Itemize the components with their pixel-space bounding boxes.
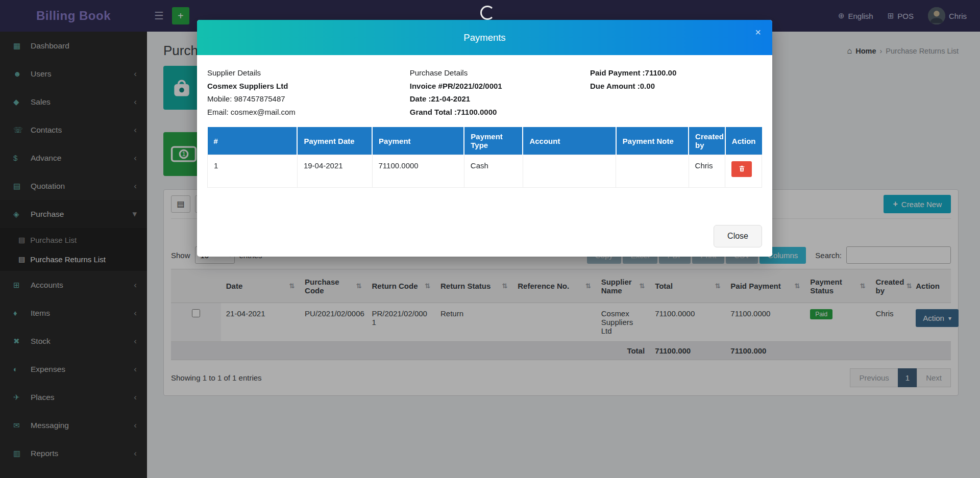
payment-row: 1 19-04-2021 71100.0000 Cash Chris	[208, 155, 762, 188]
due-amount-summary: Due Amount :0.00	[590, 80, 762, 93]
payment-index: 1	[208, 155, 298, 188]
payments-modal: Payments × Supplier Details Cosmex Suppl…	[197, 20, 772, 257]
delete-payment-button[interactable]	[731, 161, 752, 177]
modal-header: Payments ×	[197, 20, 772, 55]
purchase-details-heading: Purchase Details	[410, 66, 590, 80]
supplier-name: Cosmex Suppliers Ltd	[207, 80, 410, 93]
payment-account	[523, 155, 616, 188]
close-icon[interactable]: ×	[755, 27, 761, 38]
supplier-mobile: Mobile: 987457875487	[207, 92, 410, 106]
payments-column-header: #	[208, 127, 298, 155]
purchase-date: Date :21-04-2021	[410, 92, 590, 106]
supplier-details-heading: Supplier Details	[207, 66, 410, 80]
supplier-email: Email: cosmex@mail.com	[207, 106, 410, 119]
grand-total: Grand Total :71100.0000	[410, 106, 590, 119]
payments-column-header: Payment Date	[297, 127, 372, 155]
paid-payment-summary: Paid Payment :71100.00	[590, 66, 762, 80]
invoice-number: Invoice #PR/2021/02/0001	[410, 80, 590, 93]
modal-title: Payments	[463, 32, 505, 43]
payments-column-header: Action	[725, 127, 762, 155]
supplier-details: Supplier Details Cosmex Suppliers Ltd Mo…	[207, 66, 410, 118]
payment-created-by: Chris	[689, 155, 725, 188]
payments-column-header: Payment Type	[464, 127, 523, 155]
payment-amount: 71100.0000	[372, 155, 464, 188]
loading-spinner	[480, 6, 495, 20]
payment-type: Cash	[464, 155, 523, 188]
payments-column-header: Payment	[372, 127, 464, 155]
close-button[interactable]: Close	[714, 225, 762, 247]
purchase-details: Purchase Details Invoice #PR/2021/02/000…	[410, 66, 590, 118]
payments-table: # Payment Date Payment Payment Type Acco…	[207, 127, 762, 188]
payment-note	[616, 155, 689, 188]
payments-column-header: Payment Note	[616, 127, 689, 155]
payments-column-header: Created by	[689, 127, 725, 155]
payment-date: 19-04-2021	[297, 155, 372, 188]
payments-column-header: Account	[523, 127, 616, 155]
payment-summary: Paid Payment :71100.00 Due Amount :0.00	[590, 66, 762, 118]
trash-icon	[738, 165, 746, 174]
